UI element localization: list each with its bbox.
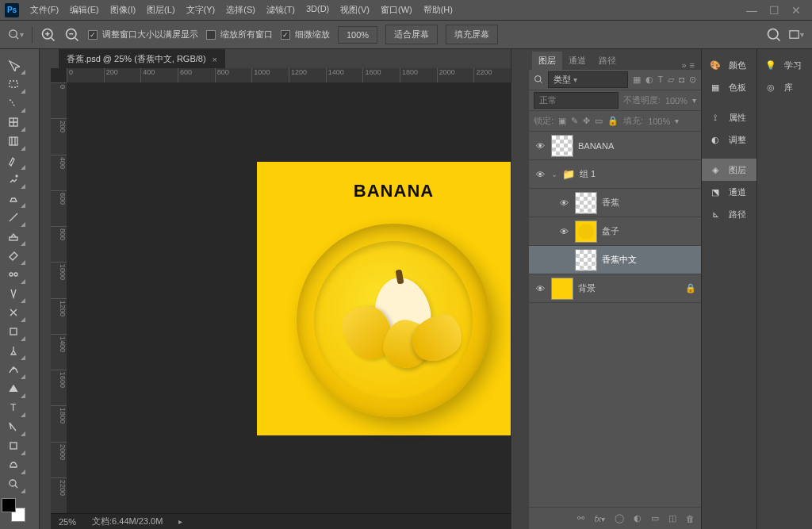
tool-10[interactable] (2, 246, 25, 265)
tool-20[interactable] (2, 436, 25, 455)
tool-21[interactable] (2, 455, 25, 474)
tool-14[interactable] (2, 322, 25, 341)
layer-mask-icon[interactable]: ◯ (615, 513, 624, 523)
rail-layers[interactable]: ◈图层 (702, 159, 756, 181)
filter-toggle-icon[interactable]: ⊙ (689, 75, 696, 85)
visibility-icon[interactable]: 👁 (557, 198, 570, 208)
filter-pixel-icon[interactable]: ▦ (633, 75, 641, 85)
filter-smart-icon[interactable]: ◘ (679, 75, 684, 85)
canvas[interactable]: BANANA (257, 162, 511, 435)
layer-name[interactable]: BANANA (578, 141, 696, 151)
layer-row[interactable]: 香蕉中文 (529, 246, 701, 274)
menu-6[interactable]: 滤镜(T) (262, 1, 300, 19)
tool-17[interactable] (2, 379, 25, 398)
menu-2[interactable]: 图像(I) (105, 1, 140, 19)
fill-value[interactable]: 100% (648, 117, 670, 126)
link-layers-icon[interactable]: ⚯ (577, 513, 584, 523)
layer-name[interactable]: 组 1 (580, 168, 696, 180)
panels-rail[interactable] (511, 49, 529, 529)
rail-grid[interactable]: ▦色板 (702, 76, 756, 98)
filter-shape-icon[interactable]: ▱ (668, 75, 674, 85)
zoom-in-icon[interactable] (40, 27, 56, 43)
maximize-button[interactable]: ☐ (769, 6, 779, 15)
tool-5[interactable] (2, 151, 25, 170)
menu-9[interactable]: 窗口(W) (376, 1, 417, 19)
rail-cc[interactable]: ◎库 (757, 76, 812, 98)
rail-channels[interactable]: ⬔通道 (702, 181, 756, 203)
fill-screen-button[interactable]: 填充屏幕 (446, 25, 498, 44)
rail-palette[interactable]: 🎨颜色 (702, 54, 756, 76)
resize-windows-checkbox[interactable]: ✓调整窗口大小以满屏显示 (88, 29, 198, 40)
tool-7[interactable] (2, 189, 25, 208)
tool-22[interactable] (2, 474, 25, 493)
tool-6[interactable] (2, 170, 25, 189)
layer-row[interactable]: 👁⌄📁组 1 (529, 160, 701, 189)
tool-13[interactable] (2, 303, 25, 322)
panel-collapse-icon[interactable]: » (681, 60, 686, 70)
menu-5[interactable]: 选择(S) (221, 1, 260, 19)
tool-15[interactable] (2, 341, 25, 360)
blend-mode-select[interactable]: 正常 (534, 92, 619, 109)
lock-position-icon[interactable]: ✥ (583, 116, 590, 126)
layer-row[interactable]: 👁香蕉 (529, 189, 701, 217)
tool-19[interactable] (2, 417, 25, 436)
filter-type-icon[interactable]: T (658, 75, 664, 85)
lock-pixels-icon[interactable]: ✎ (571, 116, 578, 126)
visibility-icon[interactable]: 👁 (534, 141, 546, 151)
filter-adjust-icon[interactable]: ◐ (645, 75, 653, 85)
fit-screen-button[interactable]: 适合屏幕 (385, 25, 438, 44)
lock-artboard-icon[interactable]: ▭ (595, 116, 603, 126)
tool-4[interactable] (2, 132, 25, 151)
tool-1[interactable] (2, 75, 25, 94)
menu-8[interactable]: 视图(V) (335, 1, 374, 19)
document-tab[interactable]: 香蕉.psd @ 25% (香蕉中文, RGB/8) × (59, 49, 225, 68)
close-button[interactable]: ✕ (791, 6, 801, 15)
status-menu-icon[interactable]: ▸ (178, 517, 182, 526)
layer-fx-icon[interactable]: fx▾ (594, 514, 605, 523)
rail-adjust[interactable]: ◐调整 (702, 128, 756, 151)
menu-1[interactable]: 编辑(E) (65, 1, 104, 19)
new-layer-icon[interactable]: ◫ (668, 513, 676, 523)
tool-11[interactable] (2, 265, 25, 284)
layer-row[interactable]: 👁BANANA (529, 132, 701, 160)
visibility-icon[interactable]: 👁 (534, 284, 546, 293)
lock-transparency-icon[interactable]: ▣ (558, 116, 566, 126)
tool-preset-icon[interactable]: ▾ (8, 27, 24, 43)
layer-name[interactable]: 盘子 (602, 225, 696, 237)
rail-props[interactable]: ⟟属性 (702, 106, 756, 128)
tool-8[interactable] (2, 208, 25, 227)
adjustment-layer-icon[interactable]: ◐ (634, 513, 642, 523)
minimize-button[interactable]: — (747, 6, 756, 15)
lock-all-icon[interactable]: 🔒 (607, 116, 619, 126)
layer-name[interactable]: 香蕉中文 (602, 254, 696, 266)
visibility-icon[interactable]: 👁 (557, 227, 570, 236)
menu-4[interactable]: 文字(Y) (182, 1, 220, 19)
zoom-all-checkbox[interactable]: 缩放所有窗口 (206, 29, 273, 40)
tool-3[interactable] (2, 113, 25, 132)
search-icon[interactable] (766, 27, 782, 43)
layer-row[interactable]: 👁盘子 (529, 217, 701, 246)
menu-10[interactable]: 帮助(H) (419, 1, 458, 19)
rail-paths[interactable]: ⊾路径 (702, 203, 756, 225)
menu-7[interactable]: 3D(D) (301, 1, 334, 19)
scrubby-checkbox[interactable]: ✓细微缩放 (281, 29, 330, 40)
tool-9[interactable] (2, 227, 25, 246)
tool-12[interactable] (2, 284, 25, 303)
panel-menu-icon[interactable]: ≡ (690, 60, 695, 70)
filter-search-icon[interactable] (534, 75, 543, 86)
tool-18[interactable]: T (2, 398, 25, 417)
tab-channels[interactable]: 通道 (562, 52, 592, 70)
menu-0[interactable]: 文件(F) (25, 1, 63, 19)
filter-kind-select[interactable]: 类型 ▾ (548, 71, 628, 88)
status-zoom[interactable]: 25% (59, 517, 76, 527)
visibility-icon[interactable]: 👁 (534, 170, 546, 179)
layer-name[interactable]: 香蕉 (602, 197, 696, 209)
foreground-color[interactable] (2, 498, 16, 512)
opacity-value[interactable]: 100% (665, 96, 688, 105)
tool-2[interactable] (2, 94, 25, 113)
tool-16[interactable] (2, 360, 25, 379)
tab-layers[interactable]: 图层 (532, 52, 562, 70)
delete-layer-icon[interactable]: 🗑 (686, 514, 695, 523)
tool-0[interactable] (2, 56, 25, 75)
menu-3[interactable]: 图层(L) (142, 1, 179, 19)
